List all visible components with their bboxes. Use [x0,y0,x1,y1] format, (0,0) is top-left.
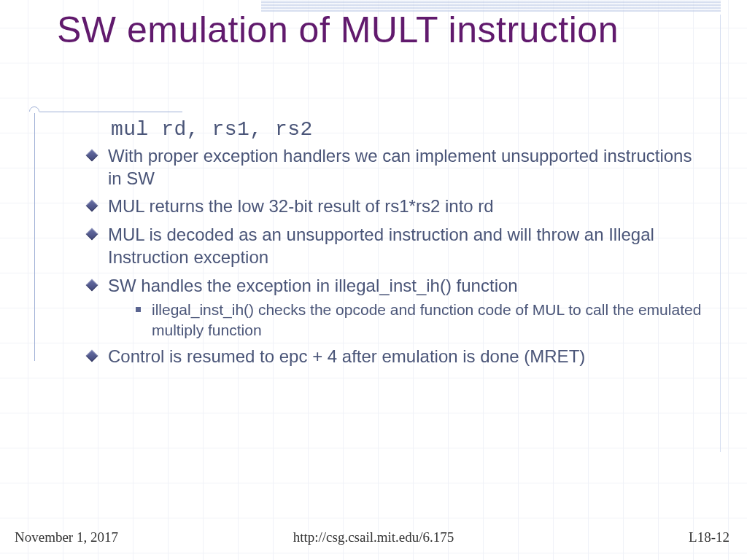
bullet-item: MUL returns the low 32-bit result of rs1… [88,195,708,218]
bullet-list: With proper exception handlers we can im… [88,145,708,368]
sub-bullet-list: illegal_inst_ih() checks the opcode and … [136,300,708,340]
instruction-code: mul rd, rs1, rs2 [111,118,708,141]
sub-bullet-item: illegal_inst_ih() checks the opcode and … [136,300,708,340]
right-margin-line [720,15,721,452]
bullet-item: With proper exception handlers we can im… [88,145,708,190]
bullet-text: SW handles the exception in illegal_inst… [108,276,518,295]
slide-body: mul rd, rs1, rs2 With proper exception h… [88,118,708,374]
title-ornament [29,104,182,118]
bullet-item: Control is resumed to epc + 4 after emul… [88,346,708,368]
slide-title: SW emulation of MULT instruction [57,9,699,52]
bullet-item: MUL is decoded as an unsupported instruc… [88,224,708,268]
footer-page: L18-12 [689,529,729,545]
left-vertical-rule [34,113,35,361]
slide-footer: November 1, 2017 http://csg.csail.mit.ed… [0,529,747,547]
bullet-item: SW handles the exception in illegal_inst… [88,275,708,340]
footer-url: http://csg.csail.mit.edu/6.175 [0,529,747,545]
